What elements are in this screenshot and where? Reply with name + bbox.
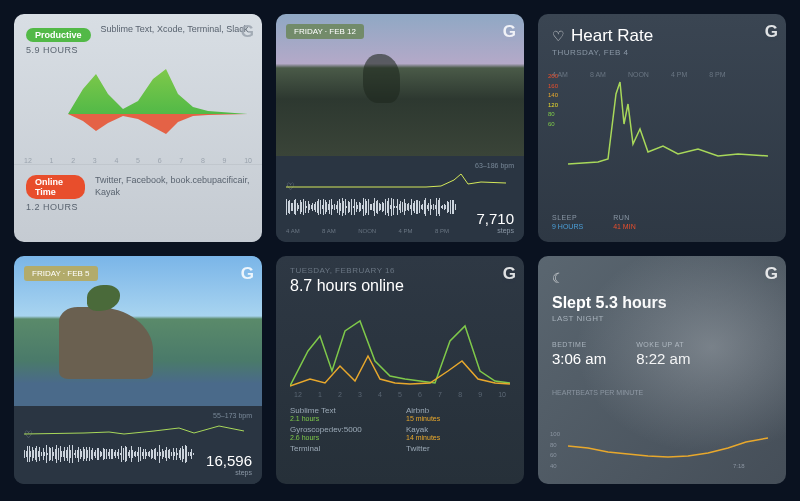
day-summary-feb12[interactable]: FRIDAY · FEB 12 G 63–186 bpm ♡ 4 AM8 AMN…	[276, 14, 524, 242]
online-badge: Online Time	[26, 175, 85, 199]
sleep-tag: SLEEP9 HOURS	[552, 214, 583, 230]
y-axis-labels: 2001601401208060	[548, 72, 558, 130]
date-badge: FRIDAY · FEB 5	[24, 266, 98, 281]
date-badge: FRIDAY · FEB 12	[286, 24, 364, 39]
y-axis-labels: 100806040	[550, 429, 560, 472]
logo-icon: G	[765, 22, 778, 42]
productivity-chart	[14, 59, 262, 154]
heartbeats-label: HEARTBEATS PER MINUTE	[552, 389, 772, 396]
card-subtitle: TUESDAY, FEBRUARY 16	[290, 266, 510, 275]
moon-icon: ☾	[552, 270, 772, 286]
heartrate-sparkline	[24, 422, 244, 440]
heartrate-sparkline	[286, 172, 506, 192]
productive-hours: 5.9 HOURS	[26, 45, 91, 55]
logo-icon: G	[503, 264, 516, 284]
productive-card[interactable]: G Productive 5.9 HOURS Sublime Text, Xco…	[14, 14, 262, 242]
bpm-range: 63–186 bpm	[286, 162, 514, 169]
logo-icon: G	[241, 22, 254, 42]
card-subtitle: LAST NIGHT	[552, 314, 772, 323]
card-title: Heart Rate	[571, 26, 653, 45]
day-summary-feb5[interactable]: FRIDAY · FEB 5 G 55–173 bpm ♡ 16,596step…	[14, 256, 262, 484]
heart-icon: ♡	[552, 28, 565, 44]
productive-badge: Productive	[26, 28, 91, 42]
run-tag: RUN41 MIN	[613, 214, 636, 230]
online-hours-card[interactable]: G TUESDAY, FEBRUARY 16 8.7 hours online …	[276, 256, 524, 484]
chart-axis: 1212345678910	[14, 157, 262, 164]
logo-icon: G	[765, 264, 778, 284]
productive-apps: Sublime Text, Xcode, Terminal, Slack	[101, 24, 249, 36]
step-wave	[24, 444, 194, 464]
woke-block: WOKE UP AT8:22 am	[636, 341, 690, 367]
logo-icon: G	[503, 22, 516, 42]
chart-axis: 1212345678910	[290, 391, 510, 398]
card-title: Slept 5.3 hours	[552, 294, 772, 312]
online-hours: 1.2 HOURS	[26, 202, 85, 212]
logo-icon: G	[241, 264, 254, 284]
online-apps: Twitter, Facebook, book.cebupacificair, …	[95, 175, 250, 198]
heart-rate-card[interactable]: G ♡Heart Rate THURSDAY, FEB 4 4 AM8 AMNO…	[538, 14, 786, 242]
heartbeat-chart: 7:18	[568, 428, 768, 470]
step-wave	[286, 196, 456, 218]
heartrate-chart	[568, 74, 768, 174]
usage-chart	[290, 301, 510, 391]
bpm-range: 55–173 bpm	[24, 412, 252, 419]
sleep-card[interactable]: G ☾ Slept 5.3 hours LAST NIGHT BEDTIME3:…	[538, 256, 786, 484]
step-label: steps	[206, 469, 252, 476]
app-list: Sublime Text2.1 hoursAirbnb15 minutesGyr…	[290, 406, 510, 453]
time-axis: 4 AM8 AMNOON4 PM8 PM	[286, 228, 449, 234]
card-subtitle: THURSDAY, FEB 4	[552, 48, 772, 57]
svg-text:7:18: 7:18	[733, 463, 745, 469]
step-count: 16,596	[206, 452, 252, 469]
bedtime-block: BEDTIME3:06 am	[552, 341, 606, 367]
card-title: 8.7 hours online	[290, 277, 510, 295]
step-label: steps	[476, 227, 514, 234]
step-count: 7,710	[476, 210, 514, 227]
